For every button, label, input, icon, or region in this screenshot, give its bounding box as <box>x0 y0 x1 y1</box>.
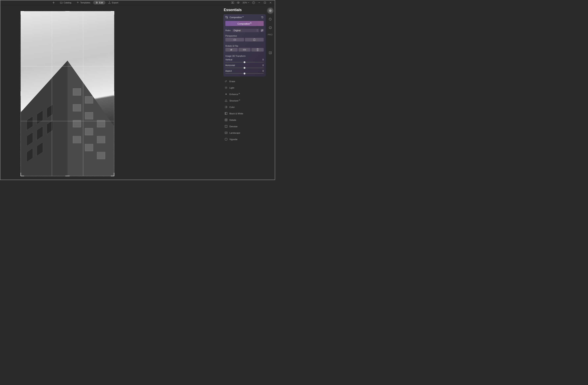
window-close[interactable] <box>269 1 272 4</box>
crop-handle-top-left[interactable] <box>21 11 24 15</box>
details-icon <box>225 119 227 121</box>
export-button[interactable]: Export <box>106 1 121 4</box>
svg-rect-73 <box>225 138 227 140</box>
svg-point-84 <box>270 18 271 19</box>
tool-color[interactable]: Color <box>223 104 266 110</box>
tool-light[interactable]: Light <box>223 85 266 91</box>
denoise-icon <box>225 125 227 128</box>
enhance-icon <box>225 93 227 96</box>
svg-line-82 <box>269 12 270 12</box>
svg-point-71 <box>226 127 226 127</box>
folder-icon <box>60 1 63 4</box>
layers-icon <box>269 51 272 54</box>
svg-rect-3 <box>231 2 232 3</box>
svg-point-5 <box>237 2 239 3</box>
composition-label: Composition <box>230 16 242 18</box>
tool-list: Erase Light EnhanceAI StructureAI Color … <box>223 78 266 143</box>
svg-point-74 <box>270 10 271 11</box>
tool-structure[interactable]: StructureAI <box>223 97 266 104</box>
svg-point-69 <box>225 126 226 127</box>
tool-vignette[interactable]: Vignette <box>223 136 266 143</box>
vertical-slider[interactable]: Vertical 0 <box>223 58 266 64</box>
svg-line-79 <box>269 10 270 10</box>
top-toolbar: Catalog Templates Edit Export <box>0 0 275 5</box>
svg-point-83 <box>270 19 270 19</box>
updown-icon <box>256 29 258 31</box>
svg-rect-4 <box>233 2 234 3</box>
export-icon <box>108 1 111 4</box>
ratio-label: Ratio: <box>225 29 231 32</box>
horizontal-slider-value: 0 <box>262 64 264 66</box>
svg-line-48 <box>225 87 226 87</box>
flip-vertical-button[interactable] <box>251 48 264 52</box>
tool-label: Vignette <box>230 138 237 140</box>
sun-icon <box>269 9 272 12</box>
svg-point-68 <box>227 126 227 126</box>
svg-marker-42 <box>225 80 227 82</box>
ratio-select[interactable]: Original <box>232 29 259 32</box>
perspective-vertical-button[interactable] <box>245 38 264 41</box>
tool-erase[interactable]: Erase <box>223 78 266 85</box>
chevron-down-icon <box>248 2 249 3</box>
add-button[interactable] <box>50 1 57 4</box>
catalog-button[interactable]: Catalog <box>58 1 74 4</box>
tool-label: Enhance <box>230 93 238 96</box>
aspect-slider[interactable]: Aspect 0 <box>223 69 266 77</box>
tool-landscape[interactable]: Landscape <box>223 130 266 136</box>
crop-handle-right[interactable] <box>114 91 114 96</box>
tool-label: Structure <box>230 99 238 102</box>
orientation-toggle[interactable] <box>260 29 264 32</box>
pro-label: PRO <box>268 34 273 36</box>
crop-handle-left[interactable] <box>21 91 21 96</box>
bw-icon <box>225 112 227 115</box>
horizontal-slider[interactable]: Horizontal 0 <box>223 64 266 69</box>
svg-point-66 <box>225 126 225 126</box>
rotate-button[interactable] <box>225 48 238 52</box>
horizontal-slider-label: Horizontal <box>225 64 235 66</box>
pro-tab[interactable]: PRO <box>268 33 273 36</box>
crop-handle-bottom[interactable] <box>65 176 70 176</box>
essentials-tab[interactable] <box>268 8 273 14</box>
slider-thumb[interactable] <box>244 73 246 74</box>
svg-line-49 <box>227 88 227 89</box>
composition-header[interactable]: CompositionAI <box>223 14 266 20</box>
tool-black-white[interactable]: Black & White <box>223 110 266 117</box>
window-maximize[interactable] <box>263 1 266 4</box>
crop-handle-top-right[interactable] <box>111 11 114 15</box>
photo-preview <box>21 11 114 176</box>
svg-rect-28 <box>73 136 81 143</box>
aspect-slider-value: 0 <box>262 70 264 72</box>
reset-icon[interactable] <box>261 16 264 19</box>
layers-tab[interactable] <box>268 50 273 56</box>
slider-thumb[interactable] <box>244 67 246 69</box>
perspective-horizontal-button[interactable] <box>225 38 244 41</box>
edit-label: Edit <box>99 1 103 4</box>
eraser-icon <box>225 80 227 83</box>
zoom-control[interactable]: 31% <box>243 1 249 4</box>
help-button[interactable]: ? <box>252 1 255 4</box>
tool-label: Black & White <box>230 112 243 115</box>
tool-denoise[interactable]: Denoise <box>223 123 266 130</box>
tool-enhance[interactable]: EnhanceAI <box>223 91 266 97</box>
svg-point-86 <box>269 26 272 29</box>
flip-horizontal-button[interactable] <box>238 48 251 52</box>
edit-button[interactable]: Edit <box>93 1 105 4</box>
compare-icon[interactable] <box>231 1 234 4</box>
landscape-icon <box>225 132 227 134</box>
slider-thumb[interactable] <box>244 61 246 63</box>
tool-details[interactable]: Details <box>223 117 266 123</box>
perspective-h-icon <box>233 39 236 41</box>
crop-handle-bottom-left[interactable] <box>21 173 24 176</box>
preview-icon[interactable] <box>237 1 240 4</box>
crop-handle-top[interactable] <box>65 11 70 12</box>
window-minimize[interactable] <box>258 1 261 4</box>
sliders-icon <box>96 1 98 4</box>
portrait-tab[interactable] <box>268 25 273 30</box>
crop-frame[interactable] <box>21 11 114 176</box>
creative-tab[interactable] <box>268 16 273 22</box>
composition-section: CompositionAI CompositionAI Ratio: Origi… <box>223 14 266 77</box>
crop-icon <box>225 16 228 19</box>
composition-ai-button[interactable]: CompositionAI <box>225 21 264 26</box>
templates-button[interactable]: Templates <box>74 1 93 4</box>
crop-handle-bottom-right[interactable] <box>111 173 114 176</box>
